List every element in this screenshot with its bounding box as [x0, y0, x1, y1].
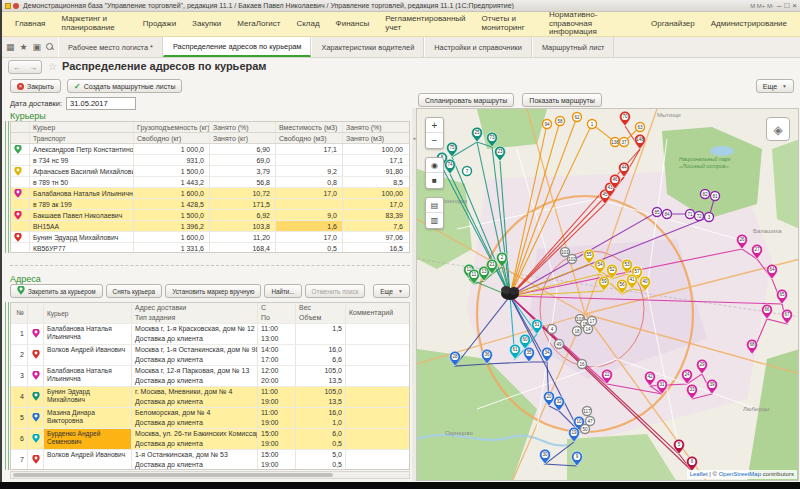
map-marker[interactable]: 3 — [705, 213, 714, 222]
menu-item[interactable]: Закупки — [185, 19, 228, 30]
minimize-icon[interactable]: – — [777, 2, 781, 10]
menu-item[interactable]: Финансы — [329, 19, 377, 30]
map-marker[interactable]: 7 — [463, 167, 472, 176]
favorites-icon[interactable]: ★ — [20, 43, 28, 52]
courier-transport-row[interactable]: в 789 тн 501 443,256,80,88,5 — [11, 177, 409, 188]
map-marker[interactable]: 58 — [556, 117, 565, 126]
map-marker[interactable]: 102 — [568, 255, 577, 264]
courier-row[interactable]: Бунин Эдуард Михайлович1 600,011,2017,09… — [11, 232, 409, 243]
delivery-date-input[interactable] — [66, 97, 136, 110]
map-marker[interactable]: 62 — [573, 113, 582, 122]
nav-buttons[interactable]: ← → — [8, 60, 42, 74]
courier-transport-row[interactable]: КВ56УР771 331,6168,40,516,5 — [11, 243, 409, 253]
couriers-table[interactable]: КурьерГрузоподъемность (кг)Занято (%)Вме… — [10, 121, 410, 253]
menu-item[interactable]: Администрирование — [704, 19, 794, 30]
marker-mode-icon[interactable]: ◉ — [426, 158, 443, 173]
tab[interactable]: Распределение адресов по курьерам — [163, 37, 312, 57]
map-marker[interactable]: 1 — [588, 120, 597, 129]
menu-item[interactable]: МегаЛогист — [230, 19, 287, 30]
map-marker[interactable]: 72 — [695, 212, 704, 221]
courier-row[interactable]: Афанасьев Василий Михайлович1 500,03,799… — [11, 166, 409, 177]
map-marker[interactable]: 49 — [555, 340, 564, 349]
map-marker[interactable]: 85 — [653, 208, 662, 217]
favorite-star-icon[interactable]: ☆ — [48, 61, 57, 72]
map-marker[interactable]: 81 — [711, 192, 720, 201]
svg-text:101: 101 — [561, 250, 569, 255]
menu-item[interactable]: Отчеты и мониторинг — [475, 14, 540, 34]
menu-item[interactable]: Продажи — [136, 19, 183, 30]
layer-a-icon[interactable]: ▤ — [426, 198, 443, 213]
map-marker[interactable]: 16 — [578, 360, 587, 369]
map-marker[interactable]: 63 — [636, 123, 645, 132]
tab[interactable]: Рабочее место логиста * — [58, 37, 163, 57]
addresses-toolbar-button[interactable]: Найти... — [264, 284, 301, 298]
tab[interactable]: Маршрутный лист — [532, 37, 615, 57]
plan-routes-button[interactable]: Спланировать маршруты — [418, 93, 514, 107]
tab[interactable]: Характеристики водителей — [311, 37, 424, 57]
search-icon[interactable] — [46, 43, 54, 51]
history-icon[interactable]: ▣ — [33, 43, 42, 52]
map-marker[interactable]: 50 — [581, 425, 590, 434]
addresses-more-button[interactable]: Еще▼ — [373, 284, 410, 298]
courier-transport-row[interactable]: в 734 нс 99931,069,017,1 — [11, 155, 409, 166]
zoom-out-icon[interactable]: − — [426, 133, 443, 148]
area-mode-icon[interactable]: ■ — [426, 173, 443, 188]
tab[interactable]: Настройки и справочники — [424, 37, 532, 57]
menu-item[interactable]: Нормативно-справочная информация — [542, 10, 642, 39]
map-marker[interactable]: 37 — [620, 138, 629, 147]
courier-row[interactable]: Балабанова Наталья Ильинична1 600,010,72… — [11, 188, 409, 199]
zoom-control[interactable]: + − — [425, 117, 444, 149]
show-routes-button[interactable]: Показать маршруты — [522, 93, 601, 107]
address-row[interactable]: 3Балабанова Наталья ИльиничнаМосква г, 1… — [11, 366, 409, 387]
map-marker[interactable]: 4 — [548, 325, 557, 334]
addresses-table[interactable]: №КурьерАдрес доставкиТип заданияСПоВесОб… — [10, 302, 410, 470]
horizontal-scrollbar[interactable] — [10, 471, 410, 479]
map-marker[interactable]: 94 — [543, 120, 552, 129]
courier-row[interactable]: Александров Петр Константинович1 000,06,… — [11, 144, 409, 155]
main-menu-icon[interactable]: ▦ — [6, 43, 15, 52]
courier-transport-row[interactable]: в 789 ак 1991 428,5171,517,0 — [11, 199, 409, 210]
back-icon[interactable]: ← — [13, 63, 21, 72]
map-marker[interactable]: 71 — [686, 210, 695, 219]
address-row[interactable]: 2Волков Андрей ИвановичМосква г, 1-я Ост… — [11, 345, 409, 366]
menu-item[interactable]: Главная — [8, 19, 52, 30]
menu-item[interactable]: Склад — [289, 19, 326, 30]
close-button[interactable]: × Закрыть — [10, 79, 61, 93]
address-row[interactable]: 4Бунин Эдуард Михайловичг. Москва, Мневн… — [11, 387, 409, 408]
map-marker[interactable]: 82 — [701, 190, 710, 199]
map-marker[interactable]: 84 — [663, 210, 672, 219]
map-marker[interactable]: 101 — [561, 248, 570, 257]
addresses-toolbar-button[interactable]: Установить маркер вручную — [165, 284, 261, 298]
address-row[interactable]: 7Волков Андрей Иванович1-я Останкинская,… — [11, 450, 409, 470]
menu-item[interactable]: Регламентированный учет — [378, 14, 472, 34]
form-more-button[interactable]: Еще▼ — [756, 79, 794, 93]
menu-item[interactable]: Органайзер — [644, 19, 702, 30]
route-map[interactable]: МытищиКрасногорскБалашихаЛюберцыОдинцово… — [416, 108, 799, 481]
layer-b-icon[interactable]: ▥ — [426, 213, 443, 228]
scrollbar-thumb[interactable] — [13, 473, 333, 477]
zoom-in-icon[interactable]: + — [426, 118, 443, 133]
maximize-icon[interactable]: □ — [784, 2, 789, 10]
address-row[interactable]: 5Мазина Динара ВикторовнаБеломорская, до… — [11, 408, 409, 429]
layer-mode-control[interactable]: ▤ ▥ — [425, 197, 444, 229]
warehouse-hub-marker[interactable] — [501, 286, 519, 300]
courier-transport-row[interactable]: ВН15АА1 396,2103,81,67,6 — [11, 221, 409, 232]
calc-buttons[interactable]: М М+ М- — [750, 2, 774, 10]
layers-control[interactable]: ◈ — [766, 117, 790, 141]
address-row[interactable]: 6Бурденко Андрей СеменовичМосква, ул. 26… — [11, 429, 409, 450]
marker-mode-control[interactable]: ◉ ■ — [425, 157, 444, 189]
close-icon[interactable]: × — [792, 2, 797, 10]
create-route-sheets-button[interactable]: ✓ Создать маршрутные листы — [67, 79, 182, 93]
map-marker[interactable]: 117 — [583, 407, 592, 416]
map-marker[interactable]: 17 — [588, 317, 597, 326]
map-marker[interactable]: 138 — [611, 138, 620, 147]
map-marker[interactable]: 18 — [573, 327, 582, 336]
address-row[interactable]: 1Балабанова Наталья ИльиничнаМосква г, 1… — [11, 324, 409, 345]
courier-row[interactable]: Бакшаев Павел Николаевич1 500,06,929,083… — [11, 210, 409, 221]
menu-item[interactable]: Маркетинг и планирование — [54, 14, 133, 34]
forward-icon[interactable]: → — [29, 63, 37, 72]
leaflet-link[interactable]: Leaflet — [690, 471, 708, 477]
addresses-toolbar-button[interactable]: Закрепить за курьером — [10, 284, 103, 298]
addresses-toolbar-button[interactable]: Снять курьера — [106, 284, 163, 298]
osm-link[interactable]: OpenStreetMap — [719, 471, 761, 477]
